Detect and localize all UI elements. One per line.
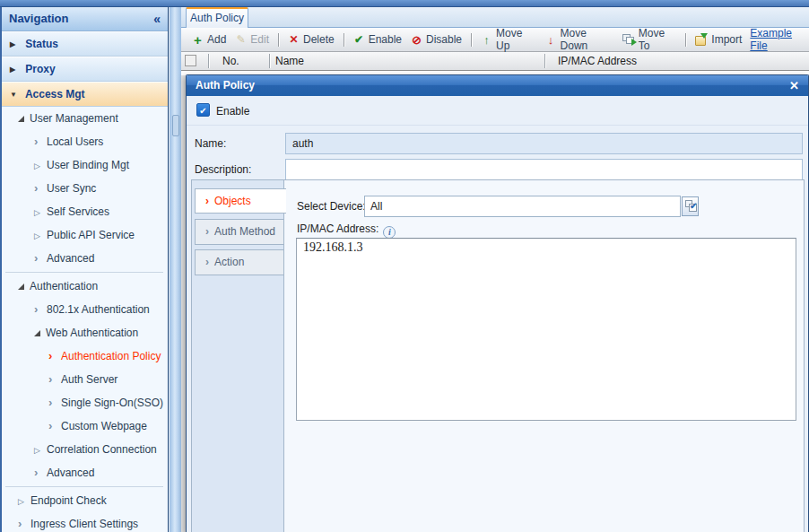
- sidebar-section-status[interactable]: ▶ Status: [2, 31, 168, 57]
- description-input[interactable]: [285, 159, 803, 180]
- sidebar-item-authentication[interactable]: Authentication: [4, 275, 167, 298]
- tree-item-label: User Binding Mgt: [47, 159, 129, 171]
- app-window: Navigation « ▶ Status ▶ Proxy ▼ Access M…: [0, 0, 809, 532]
- select-device-label: Select Device:: [297, 196, 366, 217]
- ip-mac-textarea[interactable]: 192.168.1.3: [296, 238, 796, 421]
- chevron-right-icon: [205, 195, 214, 207]
- tree-item-label: Advanced: [47, 252, 94, 265]
- delete-button-label: Delete: [303, 33, 335, 46]
- column-separator: [544, 54, 545, 68]
- navigation-header: Navigation «: [2, 7, 168, 31]
- edit-button[interactable]: ✎ Edit: [231, 30, 274, 49]
- tab-auth-method[interactable]: Auth Method: [195, 219, 284, 245]
- edit-pencil-icon: ✎: [235, 34, 247, 46]
- chevron-right-icon: [205, 225, 214, 238]
- tree-divider: [4, 484, 167, 489]
- tab-label: Auth Method: [214, 225, 275, 238]
- tab-label: Action: [214, 256, 244, 268]
- sidebar-item-single-sign-on[interactable]: Single Sign-On(SSO): [4, 391, 167, 414]
- delete-icon: ✕: [288, 34, 300, 46]
- tree-item-label: Public API Service: [47, 229, 135, 241]
- sidebar-item-advanced-authentication[interactable]: Advanced: [4, 461, 167, 484]
- collapse-panel-icon[interactable]: «: [153, 7, 161, 31]
- add-button[interactable]: + Add: [187, 30, 231, 49]
- dialog-body: ✔ Enable Name: Description: Objects Auth…: [187, 96, 808, 532]
- sidebar-item-user-management[interactable]: User Management: [4, 107, 167, 130]
- enable-label: Enable: [216, 105, 249, 118]
- description-field-row: Description:: [187, 159, 808, 180]
- check-icon: ✔: [199, 106, 206, 116]
- sidebar-item-correlation-connection[interactable]: Correlation Connection: [4, 438, 167, 461]
- dialog-header[interactable]: Auth Policy ✕: [187, 75, 808, 96]
- tree-item-label: Ingress Client Settings: [30, 518, 138, 530]
- panel-splitter[interactable]: [170, 7, 181, 532]
- toolbar-separator: [278, 33, 279, 47]
- chevron-right-icon: [48, 391, 61, 414]
- sidebar-item-custom-webpage[interactable]: Custom Webpage: [4, 414, 167, 438]
- move-to-icon: [622, 34, 635, 46]
- sidebar-section-proxy[interactable]: ▶ Proxy: [2, 57, 168, 82]
- chevron-right-icon: [34, 177, 47, 200]
- disable-button[interactable]: ⊘ Disable: [406, 30, 466, 49]
- import-file-icon: [695, 34, 708, 46]
- sidebar-item-auth-server[interactable]: Auth Server: [4, 368, 167, 391]
- sidebar-section-access-mgt[interactable]: ▼ Access Mgt: [2, 82, 168, 107]
- close-icon[interactable]: ✕: [789, 75, 799, 96]
- tree-item-label: Correlation Connection: [47, 443, 157, 456]
- example-file-link[interactable]: Example File: [750, 27, 809, 52]
- move-down-button[interactable]: ↓ Move Down: [541, 30, 618, 49]
- sidebar-item-web-authentication[interactable]: Web Authentication: [4, 321, 167, 344]
- delete-button[interactable]: ✕ Delete: [283, 30, 339, 49]
- name-input[interactable]: [285, 133, 803, 154]
- move-up-button[interactable]: ↑ Move Up: [476, 30, 541, 49]
- sidebar-item-ingress-client-settings[interactable]: Ingress Client Settings: [4, 512, 167, 532]
- collapsed-arrow-icon: ▶: [10, 33, 22, 57]
- column-header-no[interactable]: No.: [222, 54, 239, 69]
- toolbar-separator: [344, 33, 344, 47]
- enable-checkbox[interactable]: ✔: [196, 103, 210, 117]
- device-picker-button[interactable]: ✔: [682, 196, 699, 216]
- navigation-title: Navigation: [9, 12, 68, 25]
- tree-item-label: Auth Server: [61, 373, 117, 386]
- move-down-button-label: Move Down: [561, 27, 613, 52]
- chevron-right-icon: [48, 414, 61, 438]
- collapsed-arrow-icon: [34, 223, 47, 248]
- sidebar-item-endpoint-check[interactable]: Endpoint Check: [4, 489, 167, 512]
- name-label: Name:: [195, 137, 226, 150]
- tree-item-label: Custom Webpage: [61, 420, 147, 432]
- select-all-checkbox[interactable]: [185, 55, 196, 66]
- enable-button[interactable]: ✔ Enable: [349, 30, 406, 49]
- sidebar-item-public-api-service[interactable]: Public API Service: [4, 223, 167, 247]
- add-button-label: Add: [207, 33, 226, 46]
- select-device-input[interactable]: [364, 196, 681, 217]
- navigation-tree: User Management Local Users User Binding…: [4, 107, 167, 532]
- sidebar-item-authentication-policy[interactable]: Authentication Policy: [4, 344, 167, 368]
- chevron-right-icon: [34, 130, 47, 153]
- collapsed-arrow-icon: [34, 153, 47, 178]
- column-header-name[interactable]: Name: [275, 54, 304, 69]
- sidebar-item-8021x-authentication[interactable]: 802.1x Authentication: [4, 298, 167, 321]
- section-label: Status: [25, 38, 58, 50]
- column-separator: [269, 54, 270, 68]
- sidebar-item-user-binding-mgt[interactable]: User Binding Mgt: [4, 153, 167, 177]
- chevron-right-icon: [34, 461, 47, 484]
- import-button[interactable]: Import: [691, 30, 746, 49]
- tab-objects[interactable]: Objects: [195, 188, 286, 214]
- move-to-button-label: Move To: [639, 27, 677, 52]
- tree-item-label: User Management: [30, 112, 118, 125]
- move-to-button[interactable]: Move To: [618, 30, 682, 49]
- tab-action[interactable]: Action: [195, 249, 284, 275]
- tree-item-label: 802.1x Authentication: [47, 303, 150, 316]
- sidebar-item-advanced-user-mgmt[interactable]: Advanced: [4, 247, 167, 270]
- disable-button-label: Disable: [426, 33, 462, 46]
- column-separator: [208, 54, 209, 68]
- column-header-ip-mac[interactable]: IP/MAC Address: [558, 54, 637, 69]
- sidebar-item-self-services[interactable]: Self Services: [4, 200, 167, 223]
- tab-auth-policy[interactable]: Auth Policy: [186, 7, 248, 28]
- tree-item-label: Single Sign-On(SSO): [61, 397, 163, 409]
- sidebar-item-user-sync[interactable]: User Sync: [4, 177, 167, 200]
- expanded-arrow-icon: [18, 283, 24, 290]
- add-icon: +: [192, 34, 204, 46]
- sidebar-item-local-users[interactable]: Local Users: [4, 130, 167, 153]
- info-icon[interactable]: i: [383, 226, 396, 239]
